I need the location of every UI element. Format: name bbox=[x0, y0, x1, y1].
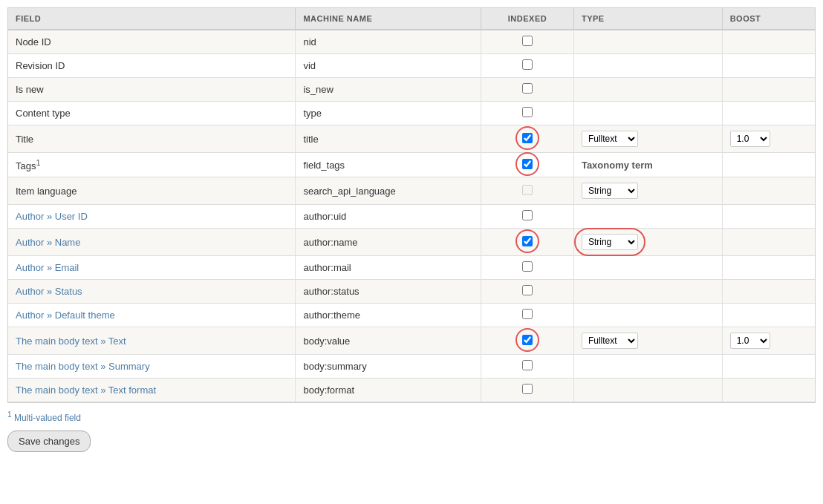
indexed-checkbox-wrapper bbox=[522, 107, 533, 117]
field-label: Tags1 bbox=[16, 160, 41, 171]
field-label: Author » Email bbox=[16, 262, 79, 273]
cell-type bbox=[573, 78, 722, 102]
indexed-checkbox-wrapper bbox=[522, 236, 533, 246]
indexed-checkbox[interactable] bbox=[522, 384, 533, 394]
cell-type bbox=[573, 205, 722, 229]
indexed-checkbox[interactable] bbox=[522, 36, 533, 46]
indexed-checkbox[interactable] bbox=[522, 360, 533, 370]
cell-machine-name: author:status bbox=[296, 280, 481, 304]
cell-field: Content type bbox=[8, 102, 296, 125]
field-label: Revision ID bbox=[16, 60, 65, 71]
table-row: Tags1field_tagsTaxonomy term bbox=[8, 153, 815, 177]
cell-type bbox=[573, 379, 722, 402]
cell-indexed bbox=[481, 205, 574, 229]
indexed-checkbox[interactable] bbox=[522, 285, 533, 295]
cell-machine-name: nid bbox=[296, 30, 481, 54]
cell-type: FulltextStringIntegerDecimalDateDuration… bbox=[573, 125, 722, 153]
indexed-checkbox[interactable] bbox=[522, 210, 533, 220]
indexed-checkbox[interactable] bbox=[522, 59, 533, 70]
field-label: Content type bbox=[16, 108, 71, 119]
table-row: Author » User IDauthor:uid bbox=[8, 205, 815, 229]
indexed-checkbox-wrapper bbox=[522, 285, 533, 295]
indexed-checkbox[interactable] bbox=[522, 261, 533, 272]
footnote-section: 1 Multi-valued field Save changes bbox=[0, 410, 823, 459]
indexed-checkbox-wrapper bbox=[522, 59, 533, 70]
cell-type: FulltextStringIntegerDecimalDateDuration… bbox=[573, 327, 722, 355]
indexed-checkbox[interactable] bbox=[522, 83, 533, 94]
field-label: Author » User ID bbox=[16, 211, 88, 222]
cell-boost: 0.10.20.30.50.81.02.03.05.08.013.021.0 bbox=[722, 125, 815, 153]
cell-boost: 0.10.20.30.50.81.02.03.05.08.013.021.0 bbox=[722, 327, 815, 355]
table-row: The main body text » Summarybody:summary bbox=[8, 355, 815, 379]
cell-machine-name: is_new bbox=[296, 78, 481, 102]
fields-table: FIELD MACHINE NAME INDEXED TYPE BOOST No… bbox=[8, 8, 815, 402]
cell-boost bbox=[722, 304, 815, 327]
indexed-checkbox-wrapper bbox=[522, 360, 533, 370]
table-row: Content typetype bbox=[8, 102, 815, 125]
cell-type bbox=[573, 304, 722, 327]
cell-type bbox=[573, 280, 722, 304]
cell-machine-name: author:mail bbox=[296, 256, 481, 280]
footnote-text: 1 Multi-valued field bbox=[7, 410, 816, 423]
cell-indexed bbox=[481, 78, 574, 102]
taxonomy-term-label: Taxonomy term bbox=[582, 160, 653, 171]
type-select[interactable]: FulltextStringIntegerDecimalDateDuration… bbox=[582, 183, 638, 199]
cell-indexed bbox=[481, 30, 574, 54]
field-label: Is new bbox=[16, 84, 44, 95]
field-label: Author » Name bbox=[16, 237, 80, 248]
header-type: TYPE bbox=[573, 8, 722, 30]
header-indexed: INDEXED bbox=[481, 8, 574, 30]
indexed-checkbox[interactable] bbox=[522, 309, 533, 319]
type-select-wrapper: FulltextStringIntegerDecimalDateDuration… bbox=[582, 131, 638, 147]
indexed-checkbox-wrapper bbox=[522, 261, 533, 272]
indexed-checkbox[interactable] bbox=[522, 236, 533, 246]
cell-type bbox=[573, 30, 722, 54]
cell-field: The main body text » Text bbox=[8, 327, 296, 355]
cell-machine-name: author:theme bbox=[296, 304, 481, 327]
table-row: TitletitleFulltextStringIntegerDecimalDa… bbox=[8, 125, 815, 153]
indexed-checkbox-wrapper bbox=[522, 335, 533, 345]
indexed-checkbox-wrapper bbox=[522, 185, 533, 195]
cell-indexed bbox=[481, 54, 574, 78]
cell-field: The main body text » Summary bbox=[8, 355, 296, 379]
cell-indexed bbox=[481, 125, 574, 153]
type-select[interactable]: FulltextStringIntegerDecimalDateDuration… bbox=[582, 234, 638, 250]
cell-machine-name: body:summary bbox=[296, 355, 481, 379]
cell-machine-name: type bbox=[296, 102, 481, 125]
boost-select[interactable]: 0.10.20.30.50.81.02.03.05.08.013.021.0 bbox=[730, 333, 770, 349]
indexed-checkbox-wrapper bbox=[522, 210, 533, 220]
cell-field: Item language bbox=[8, 177, 296, 205]
type-select-wrapper: FulltextStringIntegerDecimalDateDuration… bbox=[582, 234, 638, 250]
indexed-checkbox-wrapper bbox=[522, 159, 533, 169]
cell-type bbox=[573, 102, 722, 125]
indexed-checkbox[interactable] bbox=[522, 335, 533, 345]
type-select[interactable]: FulltextStringIntegerDecimalDateDuration… bbox=[582, 131, 638, 147]
cell-boost bbox=[722, 355, 815, 379]
indexed-checkbox[interactable] bbox=[522, 107, 533, 117]
save-changes-button[interactable]: Save changes bbox=[7, 431, 91, 452]
cell-boost bbox=[722, 78, 815, 102]
cell-field: Is new bbox=[8, 78, 296, 102]
cell-machine-name: field_tags bbox=[296, 153, 481, 177]
cell-field: Author » Default theme bbox=[8, 304, 296, 327]
field-label: Node ID bbox=[16, 36, 51, 48]
indexed-checkbox[interactable] bbox=[522, 185, 533, 195]
cell-machine-name: body:format bbox=[296, 379, 481, 402]
indexed-checkbox[interactable] bbox=[522, 159, 533, 169]
cell-boost bbox=[722, 379, 815, 402]
cell-field: The main body text » Text format bbox=[8, 379, 296, 402]
type-select-wrapper: FulltextStringIntegerDecimalDateDuration… bbox=[582, 183, 638, 199]
boost-select[interactable]: 0.10.20.30.50.81.02.03.05.08.013.021.0 bbox=[730, 131, 770, 147]
type-select-wrapper: FulltextStringIntegerDecimalDateDuration… bbox=[582, 333, 638, 349]
field-label: Title bbox=[16, 134, 33, 145]
cell-boost bbox=[722, 30, 815, 54]
cell-field: Author » Email bbox=[8, 256, 296, 280]
header-boost: BOOST bbox=[722, 8, 815, 30]
indexed-checkbox-wrapper bbox=[522, 384, 533, 394]
table-row: Node IDnid bbox=[8, 30, 815, 54]
table-row: Author » Nameauthor:nameFulltextStringIn… bbox=[8, 229, 815, 256]
cell-indexed bbox=[481, 229, 574, 256]
type-select[interactable]: FulltextStringIntegerDecimalDateDuration… bbox=[582, 333, 638, 349]
indexed-checkbox[interactable] bbox=[522, 133, 533, 143]
cell-indexed bbox=[481, 379, 574, 402]
